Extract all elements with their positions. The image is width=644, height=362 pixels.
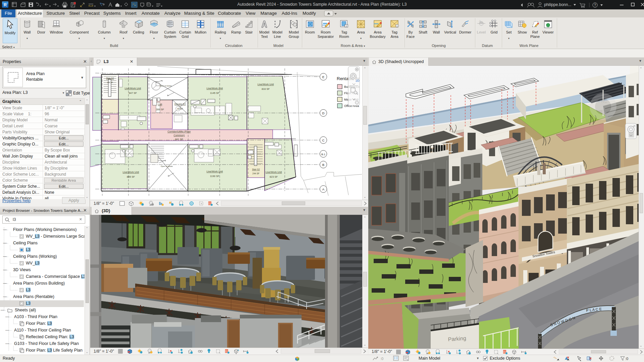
svg-text:1145 SF: 1145 SF (210, 92, 219, 95)
svg-text:1190 SF: 1190 SF (210, 175, 219, 178)
svg-text:Live/Work Unit: Live/Work Unit (266, 171, 282, 174)
svg-text:C: C (322, 138, 325, 142)
svg-text:?: ? (594, 3, 596, 7)
svg-text::0: :0 (625, 357, 628, 361)
svg-text:816 SF: 816 SF (262, 87, 270, 90)
svg-text:Live/Work Unit: Live/Work Unit (207, 170, 223, 173)
svg-text:A: A (322, 187, 325, 191)
svg-text:289 SF: 289 SF (156, 108, 164, 111)
svg-text:philippe.bonn...: philippe.bonn... (544, 2, 571, 7)
svg-text:841 SF: 841 SF (175, 138, 183, 141)
svg-text:Live/Work Unit: Live/Work Unit (207, 87, 223, 90)
svg-text:Live/Work Unit: Live/Work Unit (123, 171, 140, 174)
svg-text:D: D (322, 111, 325, 115)
svg-text:FRC: FRC (598, 99, 607, 104)
svg-text:647 SF: 647 SF (129, 92, 137, 95)
svg-text:Open to below: Open to below (161, 165, 172, 167)
svg-text:49 SF: 49 SF (177, 108, 183, 110)
svg-text:Corridor/Utility (Floor: Corridor/Utility (Floor (167, 130, 191, 133)
svg-text:244 SF: 244 SF (253, 172, 260, 175)
svg-text:2D: 2D (356, 79, 360, 82)
svg-text:E: E (322, 75, 324, 79)
svg-text:Stair S2: Stair S2 (106, 77, 114, 79)
svg-text:246 SF: 246 SF (107, 81, 113, 83)
svg-text:Common): Common) (174, 134, 185, 137)
svg-text:623 SF: 623 SF (270, 175, 278, 178)
svg-text:Loft: Loft (158, 103, 162, 106)
svg-text:Stair S2: Stair S2 (252, 168, 260, 171)
svg-text:Elevator E2: Elevator E2 (174, 103, 186, 105)
svg-text:Live/Work Unit: Live/Work Unit (125, 87, 142, 90)
svg-text:Open to below: Open to below (160, 85, 171, 87)
svg-text:Live/Work Unit: Live/Work Unit (258, 83, 274, 86)
svg-text::0: :0 (380, 357, 383, 361)
svg-text:B.1: B.1 (321, 153, 326, 156)
svg-text:B: B (322, 163, 324, 167)
svg-text:885 SF: 885 SF (127, 175, 135, 178)
